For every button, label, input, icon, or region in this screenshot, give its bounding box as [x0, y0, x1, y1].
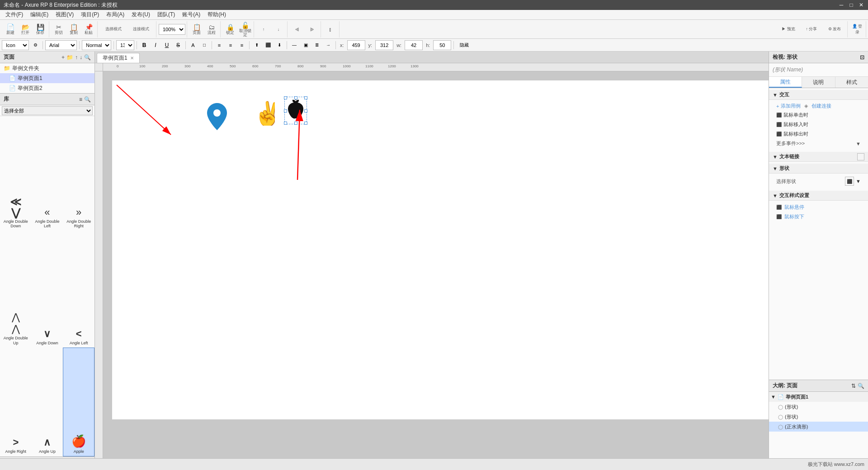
maximize-button[interactable]: □	[848, 2, 854, 8]
page-button[interactable]: 📋页面	[189, 22, 204, 37]
hover-link[interactable]: 鼠标悬停	[784, 204, 804, 211]
w-input[interactable]	[405, 40, 423, 50]
pages-folder-icon[interactable]: 📁	[66, 54, 73, 61]
layers-sort-icon[interactable]: ⇅	[851, 383, 856, 389]
lib-item-angle-double-up[interactable]: ⋀⋀ Angle Double Up	[0, 231, 32, 348]
tab-notes[interactable]: 说明	[802, 77, 835, 88]
add-icon[interactable]: +	[776, 103, 779, 109]
menu-file[interactable]: 文件(F)	[2, 10, 27, 19]
right-panel-expand-icon[interactable]: ⊡	[860, 54, 864, 61]
align-left-button[interactable]: ⫷	[290, 22, 304, 37]
library-search-icon[interactable]: 🔍	[84, 96, 91, 103]
handle-mr[interactable]	[304, 109, 307, 113]
lib-item-angle-double-down[interactable]: ≪⋁ Angle Double Down	[0, 116, 32, 231]
order-down-button[interactable]: ↓	[271, 22, 286, 37]
mousedown-link[interactable]: 鼠标按下	[784, 213, 804, 220]
interaction-section-header[interactable]: ▼ 交互	[769, 90, 868, 100]
peace-shape[interactable]: ✌	[252, 99, 275, 127]
x-input[interactable]	[347, 40, 365, 50]
align-left-text-button[interactable]: ≡	[214, 40, 224, 50]
new-button[interactable]: 📄新建	[3, 22, 18, 37]
pages-search-icon[interactable]: 🔍	[84, 54, 91, 61]
canvas-scroll[interactable]: ✌	[103, 71, 769, 464]
h-input[interactable]	[433, 40, 451, 50]
font-family-select[interactable]: Arial	[45, 40, 77, 50]
handle-bc[interactable]	[294, 122, 297, 125]
layer-item-shape-3[interactable]: ◯ (正水滴形)	[769, 422, 868, 432]
open-button[interactable]: 📂打开	[18, 22, 33, 37]
tab-style[interactable]: 样式	[835, 77, 868, 88]
layer-page-expand-icon[interactable]: ▼	[771, 394, 776, 400]
layer-item-shape-1[interactable]: ◯ (形状)	[769, 402, 868, 412]
page-item-1[interactable]: 📄 举例页面1	[0, 73, 94, 83]
cut-button[interactable]: ✂剪切	[52, 22, 66, 37]
element-settings-button[interactable]: ⚙	[30, 40, 40, 50]
library-dropdown[interactable]: 选择全部	[2, 106, 93, 115]
shape-preview-btn[interactable]: ⬛	[845, 177, 854, 186]
menu-team[interactable]: 团队(T)	[154, 10, 179, 19]
text-link-header[interactable]: ▼ 文本链接	[769, 152, 868, 162]
copy-button[interactable]: 📋复制	[66, 22, 81, 37]
align-center-text-button[interactable]: ≡	[226, 40, 236, 50]
lib-item-angle-right[interactable]: > Angle Right	[0, 348, 32, 456]
menu-account[interactable]: 账号(A)	[179, 10, 204, 19]
align-top-button[interactable]: ⬆	[252, 40, 262, 50]
page-item-2[interactable]: 📄 举例页面2	[0, 83, 94, 93]
align-bottom-button[interactable]: ⬇	[274, 40, 284, 50]
strikethrough-button[interactable]: S	[173, 40, 183, 50]
share-button[interactable]: ↑ 分享	[800, 22, 823, 37]
text-link-toggle[interactable]	[857, 153, 864, 160]
align-middle-button[interactable]: ⬛	[263, 40, 273, 50]
pin-shape[interactable]	[207, 103, 227, 132]
library-menu-icon[interactable]: ≡	[79, 96, 82, 103]
add-usecase-link[interactable]: 添加用例	[781, 103, 801, 109]
menu-edit[interactable]: 编辑(E)	[27, 10, 52, 19]
unlock-button[interactable]: 🔓取消锁定	[238, 22, 252, 37]
menu-help[interactable]: 帮助(H)	[204, 10, 230, 19]
master-button[interactable]: 🗂流程	[204, 22, 219, 37]
order-up-button[interactable]: ↑	[256, 22, 271, 37]
handle-ml[interactable]	[284, 109, 287, 113]
shape-section-header[interactable]: ▼ 形状	[769, 164, 868, 174]
underline-button[interactable]: U	[162, 40, 172, 50]
lib-item-angle-up[interactable]: ∧ Angle Up	[32, 348, 63, 456]
lib-item-angle-left[interactable]: < Angle Left	[63, 231, 94, 348]
border-button[interactable]: □	[199, 40, 209, 50]
shape-dropdown-icon[interactable]: ▼	[856, 179, 861, 184]
zoom-select[interactable]: 100% 75% 50% 150%	[159, 24, 185, 35]
paste-button[interactable]: 📌粘贴	[81, 22, 96, 37]
font-style-select[interactable]: Normal Bold Italic	[82, 40, 111, 50]
lock-button[interactable]: 🔒锁定	[223, 22, 237, 37]
arrow-style-button[interactable]: →	[323, 40, 333, 50]
menu-project[interactable]: 项目(P)	[77, 10, 103, 19]
bold-button[interactable]: B	[139, 40, 149, 50]
handle-bl[interactable]	[284, 122, 287, 125]
more-events-button[interactable]: 更多事件>>> ▼	[773, 139, 864, 148]
pages-down-icon[interactable]: ↓	[80, 54, 82, 61]
lib-item-angle-down[interactable]: ∨ Angle Down	[32, 231, 63, 348]
menu-publish[interactable]: 发布(U)	[128, 10, 154, 19]
interaction-style-header[interactable]: ▼ 交互样式设置	[769, 191, 868, 201]
pages-up-icon[interactable]: ↑	[75, 54, 78, 61]
y-input[interactable]	[375, 40, 393, 50]
layer-item-shape-2[interactable]: ◯ (形状)	[769, 412, 868, 422]
menu-layout[interactable]: 布局(A)	[103, 10, 128, 19]
tab-properties[interactable]: 属性	[769, 77, 802, 88]
font-color-button[interactable]: A	[188, 40, 198, 50]
canvas-tab-1[interactable]: 举例页面1 ✕	[97, 53, 140, 63]
page-folder-item[interactable]: 📁 举例文件夹	[0, 63, 94, 73]
align-center-button[interactable]: ⫸	[305, 22, 319, 37]
pages-add-icon[interactable]: +	[61, 54, 65, 61]
lib-item-angle-double-left[interactable]: « Angle Double Left	[32, 116, 63, 231]
handle-tl[interactable]	[284, 96, 287, 99]
fill-button[interactable]: ▣	[301, 40, 311, 50]
create-link-link[interactable]: 创建连接	[811, 103, 831, 109]
handle-br[interactable]	[304, 122, 307, 125]
select-button[interactable]: 选择模式	[100, 22, 127, 37]
hide-button[interactable]: 隐藏	[456, 40, 472, 50]
element-type-select[interactable]: Icon Shape Text	[2, 40, 29, 50]
layers-search-icon[interactable]: 🔍	[858, 383, 864, 389]
window-controls[interactable]: ─ □ ✕	[838, 2, 864, 8]
font-size-select[interactable]: 13 12 14	[116, 40, 134, 50]
preview-button[interactable]: ▶ 预览	[777, 22, 800, 37]
